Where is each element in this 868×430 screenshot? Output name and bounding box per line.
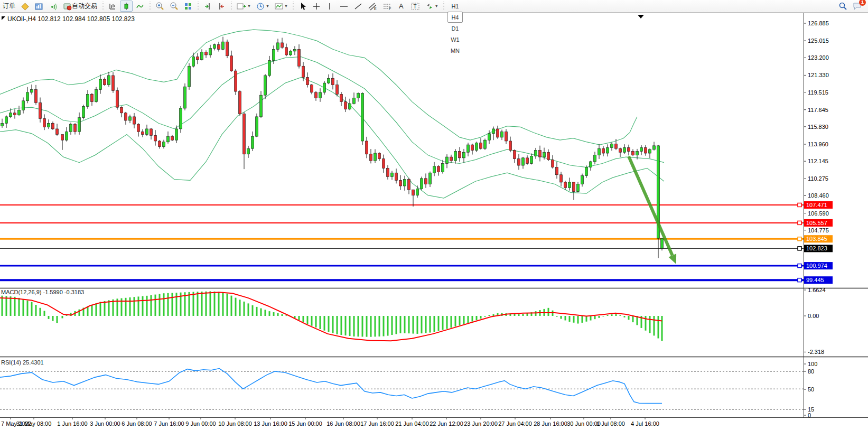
macd-histogram-bar (599, 316, 600, 318)
macd-histogram-bar (358, 316, 359, 336)
candle-body (357, 94, 360, 98)
macd-histogram-bar (104, 301, 106, 316)
tile-windows-button[interactable] (182, 1, 194, 12)
new-order-button[interactable] (18, 1, 31, 12)
chart-shift-icon (217, 2, 226, 11)
macd-histogram-bar (446, 316, 448, 329)
macd-histogram-bar (442, 316, 444, 330)
crosshair-icon (312, 2, 321, 11)
chart-canvas[interactable]: 126.885125.015123.200121.330119.515117.6… (0, 13, 868, 430)
macd-tick-label: 1.6624 (808, 287, 826, 293)
toolbar-separator (101, 2, 105, 11)
channel-tool-button[interactable]: E (366, 1, 379, 12)
macd-histogram-bar (603, 316, 604, 316)
macd-tick-label: -2.318 (808, 349, 824, 355)
line-handle[interactable] (798, 264, 801, 268)
period-button[interactable]: ▼ (254, 1, 272, 12)
cursor-tool-button[interactable] (297, 1, 309, 12)
signals-button[interactable] (46, 1, 60, 12)
rsi-tick-label: 80 (808, 368, 814, 375)
trendline-tool-button[interactable] (352, 1, 365, 12)
arrows-tool-button[interactable]: ▼ (423, 1, 441, 12)
macd-histogram-bar (96, 303, 97, 316)
macd-histogram-bar (265, 310, 266, 316)
fibonacci-icon: F (382, 2, 392, 11)
candle-body (70, 124, 72, 132)
order-button[interactable]: 订单 (1, 1, 17, 12)
fibonacci-tool-button[interactable]: F (380, 1, 394, 12)
candle-body (14, 113, 16, 115)
candle-body (370, 154, 372, 161)
macd-histogram-bar (44, 311, 45, 316)
equidistant-channel-icon: E (368, 2, 377, 11)
horizontal-line-tool-button[interactable] (337, 1, 351, 12)
candle-body (319, 92, 322, 98)
bar-chart-type-button[interactable] (106, 1, 119, 12)
candle-body (623, 147, 626, 152)
macd-histogram-bar (48, 316, 50, 319)
candle-body (277, 43, 279, 49)
macd-histogram-bar (535, 311, 537, 316)
line-handle[interactable] (798, 247, 801, 250)
candle-body (108, 76, 110, 85)
candle-body (602, 148, 605, 153)
timeframe-button-H1[interactable]: H1 (447, 1, 463, 12)
macd-histogram-bar (273, 312, 275, 316)
line-chart-type-button[interactable] (134, 1, 146, 12)
chevron-down-icon: ▼ (247, 4, 251, 8)
candle-body (475, 143, 478, 151)
macd-histogram-bar (548, 308, 549, 316)
zoom-out-button[interactable] (167, 1, 181, 12)
new-chart-button[interactable]: ▼ (235, 1, 253, 12)
macd-histogram-bar (522, 314, 524, 316)
line-handle[interactable] (798, 221, 801, 225)
text-tool-button[interactable]: A (395, 1, 407, 12)
zoom-in-button[interactable] (153, 1, 166, 12)
candle-body (480, 143, 482, 149)
candle-body (247, 148, 250, 154)
search-button[interactable] (836, 1, 850, 12)
macd-histogram-bar (341, 316, 342, 335)
macd-histogram-bar (379, 316, 380, 336)
macd-histogram-bar (476, 316, 478, 320)
candle-body (273, 49, 275, 60)
macd-histogram-bar (248, 303, 249, 316)
market-watch-button[interactable] (32, 1, 45, 12)
macd-histogram-bar (561, 316, 562, 319)
new-chart-icon (237, 2, 246, 11)
macd-histogram-bar (404, 316, 406, 333)
candle-body (399, 180, 402, 186)
auto-scroll-button[interactable] (201, 1, 214, 12)
macd-histogram-bar (189, 292, 190, 316)
price-tick-label: 125.015 (808, 38, 829, 44)
candle-body (594, 155, 596, 162)
notifications-button[interactable]: 1 (851, 1, 864, 12)
text-label-tool-button[interactable]: T (408, 1, 422, 12)
crosshair-tool-button[interactable] (310, 1, 323, 12)
candle-body (366, 141, 368, 154)
line-handle[interactable] (798, 203, 801, 207)
candle-body (82, 106, 85, 117)
new-order-icon (21, 2, 29, 11)
macd-histogram-bar (463, 316, 465, 324)
line-handle[interactable] (798, 237, 801, 241)
line-handle[interactable] (798, 278, 801, 282)
macd-histogram-bar (320, 316, 321, 329)
vertical-line-tool-button[interactable] (324, 1, 336, 12)
price-label-103.845: 103.845 (806, 236, 827, 242)
candle-body (323, 83, 326, 92)
template-button[interactable]: ▼ (273, 1, 290, 12)
candle-body (5, 117, 8, 123)
macd-histogram-bar (345, 316, 347, 335)
chart-menu-triangle[interactable] (2, 16, 5, 20)
autotrade-button[interactable]: 自动交易 (61, 1, 99, 12)
price-label-107.471: 107.471 (806, 202, 827, 208)
macd-histogram-bar (573, 316, 575, 323)
macd-histogram-bar (489, 315, 490, 316)
chart-shift-marker[interactable] (638, 15, 644, 18)
candle-chart-type-button[interactable] (120, 1, 133, 12)
chart-shift-button[interactable] (215, 1, 228, 12)
macd-histogram-bar (468, 316, 469, 323)
candle-body (585, 167, 588, 176)
candle-body (429, 173, 432, 184)
